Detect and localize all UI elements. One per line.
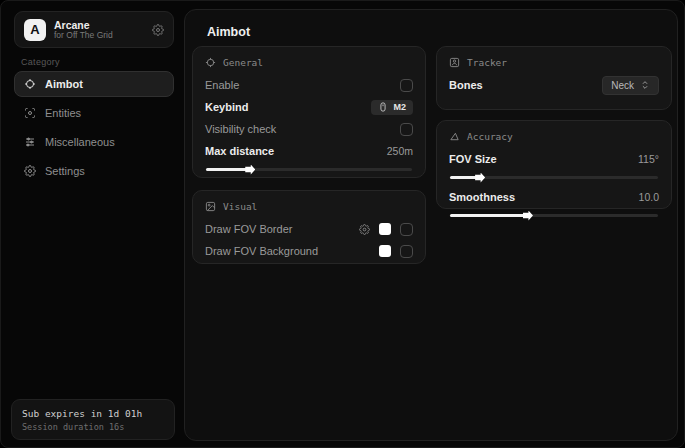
max-distance-row: Max distance 250m (205, 140, 413, 162)
bones-label: Bones (449, 79, 483, 91)
fov-border-checkbox[interactable] (400, 223, 413, 236)
visibility-check-checkbox[interactable] (400, 123, 413, 136)
entities-icon (24, 107, 36, 119)
fov-border-row: Draw FOV Border (205, 218, 413, 240)
visual-card: Visual Draw FOV Border Draw FOV Backgrou… (192, 190, 426, 264)
app-logo-card: A Arcane for Off The Grid (14, 11, 174, 48)
slider-thumb[interactable] (523, 211, 533, 221)
fov-border-settings-gear-icon[interactable] (359, 224, 370, 235)
keybind-row: Keybind M2 (205, 96, 413, 118)
tracker-icon (449, 57, 460, 68)
app-window: A Arcane for Off The Grid Category Aimbo… (0, 0, 685, 448)
app-title: Arcane (54, 19, 144, 31)
subscription-info-card: Sub expires in 1d 01h Session duration 1… (11, 399, 175, 440)
visual-card-header: Visual (205, 201, 413, 212)
main-panel: Aimbot General Enable Keybind M2 (184, 9, 678, 441)
fov-size-slider[interactable] (450, 172, 658, 182)
smoothness-slider[interactable] (450, 210, 658, 220)
sidebar-item-settings[interactable]: Settings (14, 158, 174, 184)
bones-row: Bones Neck (449, 74, 659, 96)
gear-icon (24, 165, 36, 177)
page-title: Aimbot (207, 25, 250, 39)
visual-card-title: Visual (223, 201, 257, 212)
general-card: General Enable Keybind M2 Visibility che… (192, 46, 426, 178)
slider-fill (450, 176, 479, 179)
fov-border-color-swatch[interactable] (379, 223, 391, 235)
max-distance-slider[interactable] (206, 164, 412, 174)
category-label: Category (21, 57, 60, 67)
fov-background-row: Draw FOV Background (205, 240, 413, 262)
bones-select[interactable]: Neck (602, 76, 659, 95)
sidebar-item-label: Entities (45, 107, 81, 119)
tracker-card-title: Tracker (467, 57, 507, 68)
enable-row: Enable (205, 74, 413, 96)
bones-selected-value: Neck (611, 80, 634, 91)
sidebar-item-label: Miscellaneous (45, 136, 115, 148)
tracker-card: Tracker Bones Neck (436, 46, 672, 110)
keybind-button[interactable]: M2 (371, 100, 413, 115)
sliders-icon (24, 136, 36, 148)
accuracy-card-title: Accuracy (467, 131, 513, 142)
max-distance-value: 250m (387, 145, 413, 157)
sub-expiry-text: Sub expires in 1d 01h (22, 408, 164, 419)
fov-background-checkbox[interactable] (400, 245, 413, 258)
app-logo: A (24, 19, 46, 41)
fov-size-label: FOV Size (449, 153, 497, 165)
keybind-value: M2 (393, 102, 406, 112)
mouse-icon (378, 102, 388, 112)
chevrons-up-down-icon (640, 80, 650, 90)
accuracy-card: Accuracy FOV Size 115° Smoothness 10.0 (436, 120, 672, 209)
fov-background-color-swatch[interactable] (379, 245, 391, 257)
accuracy-card-header: Accuracy (449, 131, 659, 142)
crosshair-icon (205, 57, 216, 68)
keybind-label: Keybind (205, 101, 248, 113)
crosshair-icon (24, 78, 36, 90)
fov-size-row: FOV Size 115° (449, 148, 659, 170)
sidebar-item-label: Settings (45, 165, 85, 177)
smoothness-label: Smoothness (449, 191, 515, 203)
enable-label: Enable (205, 79, 239, 91)
sidebar-item-label: Aimbot (45, 78, 83, 90)
smoothness-row: Smoothness 10.0 (449, 186, 659, 208)
slider-fill (450, 214, 527, 217)
visibility-check-label: Visibility check (205, 123, 276, 135)
sidebar-nav: Aimbot Entities Miscellaneous Settings (14, 71, 174, 187)
fov-border-label: Draw FOV Border (205, 223, 292, 235)
angle-icon (449, 131, 460, 142)
sidebar-item-aimbot[interactable]: Aimbot (14, 71, 174, 97)
general-card-header: General (205, 57, 413, 68)
session-duration-text: Session duration 16s (22, 422, 164, 432)
smoothness-value: 10.0 (639, 191, 659, 203)
tracker-card-header: Tracker (449, 57, 659, 68)
enable-checkbox[interactable] (400, 79, 413, 92)
max-distance-label: Max distance (205, 145, 274, 157)
visibility-check-row: Visibility check (205, 118, 413, 140)
settings-gear-icon[interactable] (152, 24, 164, 36)
general-card-title: General (223, 57, 263, 68)
app-subtitle: for Off The Grid (54, 31, 144, 41)
sidebar-item-miscellaneous[interactable]: Miscellaneous (14, 129, 174, 155)
slider-thumb[interactable] (475, 173, 485, 183)
sidebar: A Arcane for Off The Grid Category Aimbo… (1, 1, 183, 447)
fov-background-label: Draw FOV Background (205, 245, 318, 257)
sidebar-item-entities[interactable]: Entities (14, 100, 174, 126)
fov-size-value: 115° (638, 153, 659, 165)
visual-icon (205, 201, 216, 212)
slider-thumb[interactable] (245, 165, 255, 175)
slider-fill (206, 168, 249, 171)
app-identity: Arcane for Off The Grid (54, 19, 144, 41)
